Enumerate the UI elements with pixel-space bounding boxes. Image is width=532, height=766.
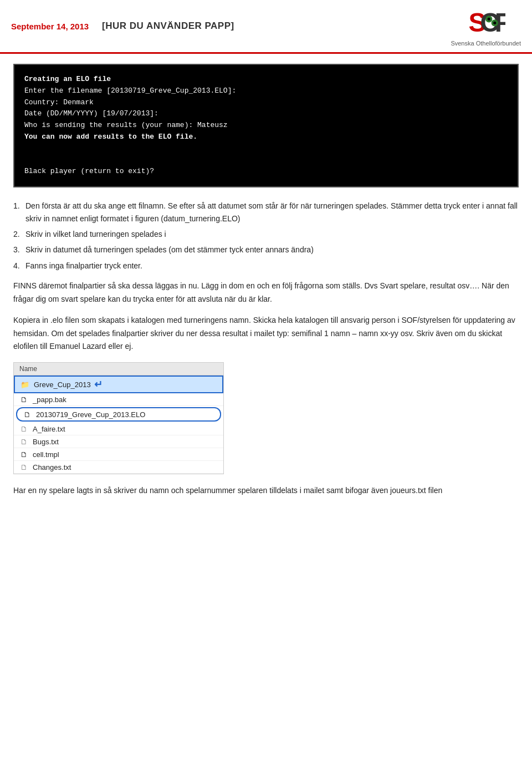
step-1: 1. Den första är att du ska ange ett fil… bbox=[13, 200, 519, 225]
step-3-text: Skriv in datumet då turneringen spelades… bbox=[25, 244, 314, 256]
step-4: 4. Fanns inga finalpartier tryck enter. bbox=[13, 260, 519, 272]
file-icon-bugs: 🗋 bbox=[19, 437, 28, 446]
terminal-line9: Black player (return to exit)? bbox=[24, 167, 154, 175]
file-name-bugs: Bugs.txt bbox=[33, 438, 59, 446]
step-4-text: Fanns inga finalpartier tryck enter. bbox=[25, 260, 142, 272]
file-name-changes: Changes.txt bbox=[33, 463, 71, 471]
step-2-text: Skriv in vilket land turneringen spelade… bbox=[25, 228, 166, 240]
step-1-num: 1. bbox=[13, 200, 25, 225]
file-icon-bak: 🗋 bbox=[19, 395, 28, 404]
file-icon-afaire: 🗋 bbox=[19, 424, 28, 433]
step-1-text: Den första är att du ska ange ett filnam… bbox=[25, 200, 519, 225]
file-item-cell[interactable]: 🗋 cell.tmpl bbox=[14, 448, 223, 461]
file-icon-elo: 🗋 bbox=[23, 410, 32, 419]
terminal-line1: Creating an ELO file bbox=[24, 75, 111, 83]
header-logo: S O F Svenska Othelloförbundet bbox=[451, 6, 521, 47]
file-item-papp-bak[interactable]: 🗋 _papp.bak bbox=[14, 393, 223, 406]
step-3-num: 3. bbox=[13, 244, 25, 256]
file-item-greve-folder[interactable]: 📁 Greve_Cup_2013 ↵ bbox=[14, 376, 223, 393]
folder-arrow: ↵ bbox=[94, 378, 103, 390]
file-name-papp-bak: _papp.bak bbox=[33, 395, 66, 404]
file-browser-header: Name bbox=[14, 363, 223, 376]
logo-text: Svenska Othelloförbundet bbox=[451, 40, 521, 47]
page-header: September 14, 2013 [HUR DU ANVÄNDER PAPP… bbox=[0, 0, 532, 54]
file-name-elo: 20130719_Greve_Cup_2013.ELO bbox=[36, 410, 145, 419]
file-item-bugs[interactable]: 🗋 Bugs.txt bbox=[14, 435, 223, 448]
step-2-num: 2. bbox=[13, 228, 25, 240]
svg-point-4 bbox=[487, 18, 490, 21]
file-browser-column-name: Name bbox=[19, 365, 37, 373]
file-item-changes[interactable]: 🗋 Changes.txt bbox=[14, 461, 223, 474]
terminal-line2: Enter the filename [20130719_Greve_Cup_2… bbox=[24, 87, 236, 129]
file-name-greve-folder: Greve_Cup_2013 bbox=[34, 381, 91, 389]
step-2: 2. Skriv in vilket land turneringen spel… bbox=[13, 228, 519, 240]
file-item-afaire[interactable]: 🗋 A_faire.txt bbox=[14, 423, 223, 435]
terminal-line6: You can now add results to the ELO file. bbox=[24, 133, 197, 141]
file-name-afaire: A_faire.txt bbox=[33, 425, 65, 433]
folder-icon: 📁 bbox=[21, 380, 29, 389]
file-icon-cell: 🗋 bbox=[19, 450, 28, 459]
header-date: September 14, 2013 bbox=[11, 22, 89, 31]
header-title: [HUR DU ANVÄNDER PAPP] bbox=[102, 21, 234, 32]
file-icon-changes: 🗋 bbox=[19, 463, 28, 471]
step-4-num: 4. bbox=[13, 260, 25, 272]
bottom-paragraph: Har en ny spelare lagts in så skriver du… bbox=[13, 484, 519, 498]
file-name-cell: cell.tmpl bbox=[33, 450, 59, 459]
paragraph-finals: FINNS däremot finalpartier så ska dessa … bbox=[13, 280, 519, 306]
main-content: Creating an ELO file Enter the filename … bbox=[0, 54, 532, 508]
terminal-screenshot: Creating an ELO file Enter the filename … bbox=[13, 64, 519, 187]
sof-logo: S O F bbox=[467, 6, 505, 39]
step-3: 3. Skriv in datumet då turneringen spela… bbox=[13, 244, 519, 256]
file-item-elo[interactable]: 🗋 20130719_Greve_Cup_2013.ELO bbox=[16, 407, 221, 422]
svg-point-6 bbox=[493, 22, 496, 24]
paragraph-copy: Kopiera in .elo filen som skapats i kata… bbox=[13, 314, 519, 353]
file-browser: Name 📁 Greve_Cup_2013 ↵ 🗋 _papp.bak 🗋 20… bbox=[13, 362, 224, 474]
